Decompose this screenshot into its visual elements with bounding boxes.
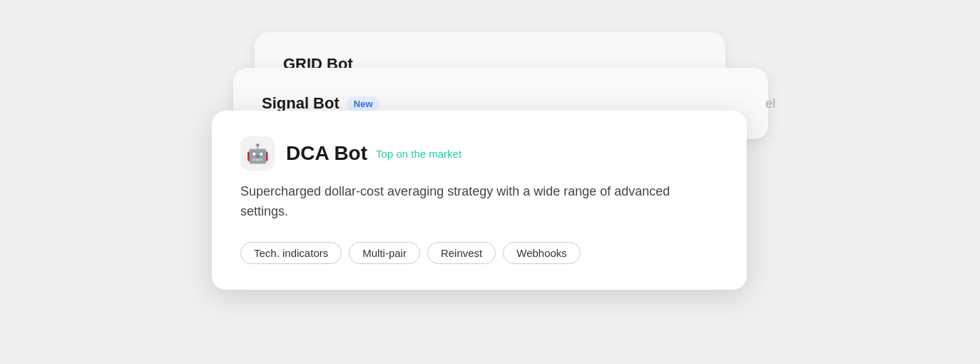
dca-bot-card: 🤖 DCA Bot Top on the market Supercharged… — [212, 111, 747, 290]
tag-item: Multi-pair — [349, 242, 420, 264]
dca-bot-icon: 🤖 — [240, 136, 275, 171]
dca-bot-description: Supercharged dollar-cost averaging strat… — [240, 182, 718, 222]
card-header: 🤖 DCA Bot Top on the market — [240, 136, 718, 171]
partial-text-right: el — [765, 96, 775, 111]
signal-bot-badge: New — [347, 96, 380, 111]
tag-item: Tech. indicators — [240, 242, 342, 264]
title-badge-group: DCA Bot Top on the market — [286, 142, 461, 165]
tag-item: Reinvest — [427, 242, 496, 264]
tags-container: Tech. indicatorsMulti-pairReinvestWebhoo… — [240, 242, 718, 264]
dca-bot-badge: Top on the market — [376, 148, 461, 160]
dca-bot-title: DCA Bot — [286, 142, 367, 165]
tag-item: Webhooks — [503, 242, 581, 264]
